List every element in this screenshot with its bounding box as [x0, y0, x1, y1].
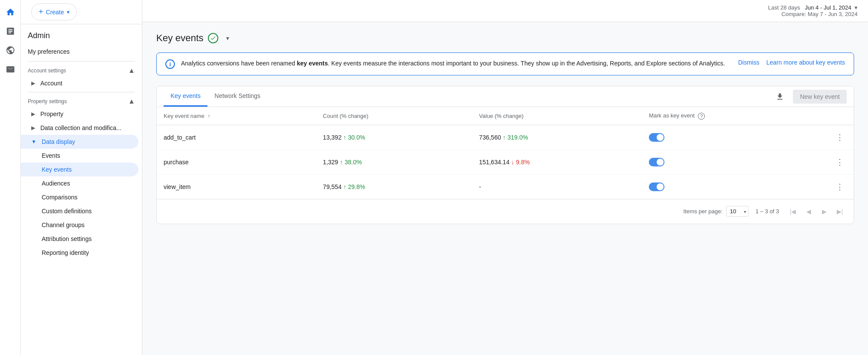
date-bar: Last 28 days Jun 4 - Jul 1, 2024 ▾ Compa…	[142, 0, 868, 22]
col-value-header: Value (% change)	[472, 107, 642, 125]
topbar: + Create ▾	[21, 0, 142, 24]
first-page-button[interactable]: |◀	[786, 205, 800, 218]
page-title: Key events	[156, 33, 204, 44]
tab-key-events[interactable]: Key events	[164, 86, 207, 107]
plus-icon: +	[39, 7, 43, 16]
tabs: Key events Network Settings	[164, 86, 267, 107]
date-info: Last 28 days Jun 4 - Jul 1, 2024 ▾ Compa…	[768, 4, 858, 17]
cell-name: purchase	[157, 150, 316, 174]
pagination-row: Items per page: 10 25 50 100 1 – 3 of 3 …	[157, 199, 854, 224]
info-icon: i	[165, 59, 175, 69]
cell-toggle	[642, 125, 826, 150]
account-settings-section[interactable]: Account settings ▲	[21, 63, 142, 76]
date-dropdown-icon[interactable]: ▾	[855, 4, 858, 11]
items-per-page: Items per page: 10 25 50 100	[683, 206, 748, 217]
col-count-header: Count (% change)	[316, 107, 472, 125]
icon-navigation	[0, 0, 21, 355]
advertising-icon[interactable]	[2, 61, 19, 78]
mark-key-event-toggle[interactable]	[649, 182, 664, 191]
cell-count: 13,392 ↑ 30.0%	[316, 125, 472, 150]
sidebar: + Create ▾ Admin My preferences Account …	[21, 0, 142, 355]
create-button[interactable]: + Create ▾	[31, 3, 77, 20]
mark-key-event-toggle[interactable]	[649, 133, 664, 142]
items-per-page-label: Items per page:	[683, 208, 722, 215]
cell-more: ⋮	[826, 174, 854, 199]
tabs-row: Key events Network Settings New key even…	[157, 86, 854, 107]
key-events-table: Key event name ↑ Count (% change) Value …	[157, 107, 854, 199]
reports-icon[interactable]	[2, 23, 19, 40]
cell-count: 79,554 ↑ 29.8%	[316, 174, 472, 199]
table-card: Key events Network Settings New key even…	[156, 86, 854, 224]
data-collection-arrow-icon: ▶	[31, 125, 35, 131]
info-actions: Dismiss Learn more about key events	[738, 59, 845, 66]
cell-more: ⋮	[826, 150, 854, 174]
info-banner: i Analytics conversions have been rename…	[156, 52, 854, 75]
sidebar-item-reporting-identity[interactable]: Reporting identity	[21, 246, 138, 260]
mark-key-event-toggle[interactable]	[649, 158, 664, 166]
compare-label: Compare: May 7 - Jun 3, 2024	[781, 11, 858, 17]
page-title-row: Key events ▾	[156, 33, 854, 44]
sidebar-item-data-display[interactable]: ▼ Data display	[21, 135, 138, 149]
cell-toggle	[642, 174, 826, 199]
page-info: 1 – 3 of 3	[756, 208, 779, 215]
sidebar-item-comparisons[interactable]: Comparisons	[21, 190, 138, 204]
create-dropdown-icon: ▾	[67, 9, 69, 15]
sidebar-item-custom-definitions[interactable]: Custom definitions	[21, 204, 138, 218]
table-row: add_to_cart13,392 ↑ 30.0%736,560 ↑ 319.0…	[157, 125, 854, 150]
cell-more: ⋮	[826, 125, 854, 150]
col-mark-header: Mark as key event ?	[642, 107, 826, 125]
property-settings-section[interactable]: Property settings ▲	[21, 94, 142, 107]
help-icon: ?	[698, 113, 705, 120]
table-header-row: Key event name ↑ Count (% change) Value …	[157, 107, 854, 125]
key-events-status-icon	[208, 33, 218, 43]
cell-toggle	[642, 150, 826, 174]
date-range: Jun 4 - Jul 1, 2024	[805, 4, 851, 11]
page-nav-buttons: |◀ ◀ ▶ ▶|	[786, 205, 847, 218]
sidebar-item-account[interactable]: ▶ Account	[21, 76, 138, 90]
content-area: Key events ▾ i Analytics conversions hav…	[142, 22, 868, 355]
main-content: Last 28 days Jun 4 - Jul 1, 2024 ▾ Compa…	[142, 0, 868, 355]
per-page-select[interactable]: 10 25 50 100	[726, 206, 749, 217]
per-page-wrapper: 10 25 50 100	[726, 206, 749, 217]
sidebar-item-events[interactable]: Events	[21, 149, 138, 163]
learn-more-link[interactable]: Learn more about key events	[766, 59, 845, 66]
dismiss-link[interactable]: Dismiss	[738, 59, 760, 66]
tab-network-settings[interactable]: Network Settings	[207, 86, 267, 107]
new-key-event-button[interactable]: New key event	[793, 90, 847, 104]
sidebar-divider-2	[28, 92, 135, 92]
account-settings-chevron-icon: ▲	[128, 67, 135, 75]
admin-heading: Admin	[21, 24, 142, 44]
sidebar-item-audiences[interactable]: Audiences	[21, 176, 138, 190]
table-row: view_item79,554 ↑ 29.8%-⋮	[157, 174, 854, 199]
last-page-button[interactable]: ▶|	[833, 205, 847, 218]
my-preferences-item[interactable]: My preferences	[21, 44, 142, 59]
col-actions-header	[826, 107, 854, 125]
sidebar-item-channel-groups[interactable]: Channel groups	[21, 218, 138, 232]
col-name-header: Key event name ↑	[157, 107, 316, 125]
cell-count: 1,329 ↑ 38.0%	[316, 150, 472, 174]
next-page-button[interactable]: ▶	[817, 205, 831, 218]
cell-name: add_to_cart	[157, 125, 316, 150]
table-row: purchase1,329 ↑ 38.0%151,634.14 ↓ 9.8%⋮	[157, 150, 854, 174]
account-arrow-icon: ▶	[31, 80, 35, 86]
home-icon[interactable]	[2, 3, 19, 21]
more-menu-button[interactable]: ⋮	[833, 155, 847, 169]
more-menu-button[interactable]: ⋮	[833, 180, 847, 194]
sort-arrow-icon: ↑	[208, 113, 210, 119]
sidebar-item-attribution-settings[interactable]: Attribution settings	[21, 232, 138, 246]
sidebar-item-data-collection[interactable]: ▶ Data collection and modifica...	[21, 121, 138, 135]
sidebar-divider-1	[28, 61, 135, 62]
info-text: Analytics conversions have been renamed …	[181, 59, 732, 68]
property-settings-chevron-icon: ▲	[128, 98, 135, 105]
property-arrow-icon: ▶	[31, 111, 35, 117]
cell-name: view_item	[157, 174, 316, 199]
prev-page-button[interactable]: ◀	[802, 205, 815, 218]
title-dropdown-icon[interactable]: ▾	[223, 33, 233, 43]
sidebar-item-property[interactable]: ▶ Property	[21, 107, 138, 121]
explore-icon[interactable]	[2, 42, 19, 59]
create-label: Create	[46, 9, 64, 16]
download-button[interactable]	[772, 89, 788, 104]
more-menu-button[interactable]: ⋮	[833, 130, 847, 144]
cell-value: 151,634.14 ↓ 9.8%	[472, 150, 642, 174]
sidebar-item-key-events[interactable]: Key events	[21, 163, 138, 176]
